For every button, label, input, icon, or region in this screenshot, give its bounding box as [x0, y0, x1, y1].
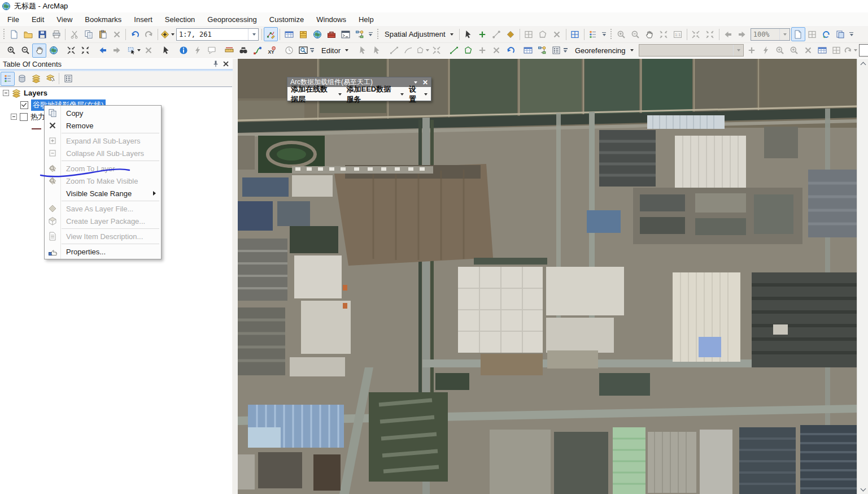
- rotate-angle-input-box[interactable]: [859, 44, 868, 57]
- toolbar-overflow-button[interactable]: [600, 28, 608, 41]
- layout-zoom-out-button[interactable]: [629, 27, 643, 41]
- chevron-down-icon[interactable]: [248, 29, 258, 40]
- fixed-zoom-in-button[interactable]: [64, 44, 78, 58]
- measure-tool[interactable]: [222, 44, 236, 58]
- refresh-view-button[interactable]: [819, 27, 834, 41]
- georeferencing-dropdown[interactable]: Georeferencing: [571, 45, 638, 56]
- toolbar-overflow-button[interactable]: [367, 28, 374, 41]
- attributes-window-button[interactable]: [521, 44, 535, 58]
- layer-visibility-checkbox[interactable]: [20, 113, 28, 121]
- pause-drawing-button[interactable]: [834, 27, 848, 41]
- open-document-button[interactable]: [21, 27, 35, 41]
- sa-new-displacement-link-tool[interactable]: [476, 27, 490, 41]
- construction-tool[interactable]: [416, 44, 430, 58]
- collapse-expander-icon[interactable]: [3, 90, 9, 96]
- menu-bookmarks[interactable]: Bookmarks: [78, 14, 128, 25]
- zoom-out-tool[interactable]: [18, 44, 32, 58]
- scroll-down-button[interactable]: [857, 484, 868, 494]
- redo-button[interactable]: [142, 27, 156, 41]
- toolbar-overflow-button[interactable]: [310, 44, 314, 57]
- identify-tool[interactable]: [176, 44, 190, 58]
- menu-windows[interactable]: Windows: [310, 14, 352, 25]
- sa-select-tool[interactable]: [461, 27, 476, 41]
- rotate-angle-input[interactable]: [860, 46, 868, 55]
- editor-sketch-tool-button[interactable]: [264, 27, 278, 41]
- layer-label[interactable]: 热力: [30, 112, 45, 122]
- save-button[interactable]: [35, 27, 49, 41]
- sa-modify-link-tool[interactable]: [490, 27, 504, 41]
- snapping-tool[interactable]: [430, 44, 444, 58]
- toolbar-grip[interactable]: [376, 29, 379, 40]
- layout-zoom-whole-page-button[interactable]: [657, 27, 671, 41]
- trim-tool[interactable]: [490, 44, 504, 58]
- cut-button[interactable]: [67, 27, 81, 41]
- menu-file[interactable]: File: [1, 14, 25, 25]
- print-button[interactable]: [49, 27, 63, 41]
- scroll-up-button[interactable]: [857, 59, 868, 68]
- menu-item-copy[interactable]: Copy: [45, 107, 161, 119]
- copy-button[interactable]: [81, 27, 95, 41]
- move-tool[interactable]: [476, 44, 490, 58]
- full-extent-button[interactable]: [46, 44, 60, 58]
- menu-geoprocessing[interactable]: Geoprocessing: [201, 14, 263, 25]
- edit-tool[interactable]: [356, 44, 370, 58]
- python-window-button[interactable]: [338, 27, 352, 41]
- endpoint-arc-tool[interactable]: [402, 44, 416, 58]
- layout-pan-button[interactable]: [643, 27, 657, 41]
- menu-edit[interactable]: Edit: [25, 14, 50, 25]
- add-data-button[interactable]: [160, 27, 175, 41]
- find-route-tool[interactable]: [250, 44, 264, 58]
- layout-fixed-zoom-out-button[interactable]: [703, 27, 717, 41]
- auto-registration-tool[interactable]: [759, 44, 773, 58]
- view-link-table-button[interactable]: [815, 44, 830, 58]
- layer-visibility-checkbox[interactable]: [20, 101, 28, 109]
- layout-zoom-percent-combo[interactable]: [751, 28, 790, 41]
- layout-zoom-100-button[interactable]: [671, 27, 685, 41]
- sa-multiple-links-tool[interactable]: [504, 27, 518, 41]
- sketch-properties-button[interactable]: [535, 44, 549, 58]
- open-attribute-table-button[interactable]: [282, 27, 296, 41]
- go-to-xy-tool[interactable]: [264, 44, 278, 58]
- add-eed-data-service-dropdown[interactable]: 添加EED数据服务: [345, 83, 405, 106]
- straight-segment-tool[interactable]: [387, 44, 402, 58]
- add-basemap-button[interactable]: [310, 27, 324, 41]
- map-scale-input[interactable]: [177, 30, 248, 39]
- layout-go-back-button[interactable]: [721, 27, 735, 41]
- toolbar-grip[interactable]: [2, 29, 5, 40]
- go-back-extent-button[interactable]: [95, 44, 110, 58]
- clear-selection-button[interactable]: [141, 44, 155, 58]
- new-document-button[interactable]: [7, 27, 21, 41]
- panel-splitter[interactable]: [233, 59, 238, 494]
- delete-button[interactable]: [110, 27, 124, 41]
- zoom-in-tool[interactable]: [4, 44, 18, 58]
- hyperlink-tool[interactable]: [190, 44, 204, 58]
- sa-link-table-button[interactable]: [586, 27, 600, 41]
- menu-item-properties[interactable]: Properties...: [45, 245, 161, 258]
- time-slider-button[interactable]: [282, 44, 296, 58]
- fixed-zoom-out-button[interactable]: [78, 44, 92, 58]
- map-scale-combo[interactable]: [176, 28, 259, 41]
- pan-tool[interactable]: [32, 44, 46, 58]
- menu-customize[interactable]: Customize: [263, 14, 310, 25]
- html-popup-tool[interactable]: [204, 44, 219, 58]
- toolbar-overflow-button[interactable]: [564, 44, 568, 57]
- select-link-tool[interactable]: [773, 44, 787, 58]
- editor-dropdown[interactable]: Editor: [317, 45, 352, 56]
- rotate-image-button[interactable]: [844, 44, 858, 58]
- viewer-window-button[interactable]: [296, 44, 310, 58]
- catalog-window-button[interactable]: [296, 27, 310, 41]
- toolbar-grip[interactable]: [610, 29, 613, 40]
- sa-adjust-button[interactable]: [568, 27, 582, 41]
- go-forward-extent-button[interactable]: [110, 44, 124, 58]
- menu-selection[interactable]: Selection: [159, 14, 201, 25]
- sa-grid-tool-1[interactable]: [522, 27, 536, 41]
- close-icon[interactable]: [222, 60, 230, 68]
- map-vertical-scrollbar[interactable]: [857, 59, 868, 494]
- auto-hide-pin-icon[interactable]: [212, 60, 220, 68]
- create-features-button[interactable]: [549, 44, 564, 58]
- layout-view-button[interactable]: [805, 27, 819, 41]
- find-tool[interactable]: [236, 44, 250, 58]
- arctoolbox-button[interactable]: [324, 27, 338, 41]
- menu-view[interactable]: View: [50, 14, 78, 25]
- zoom-to-link-tool[interactable]: [787, 44, 801, 58]
